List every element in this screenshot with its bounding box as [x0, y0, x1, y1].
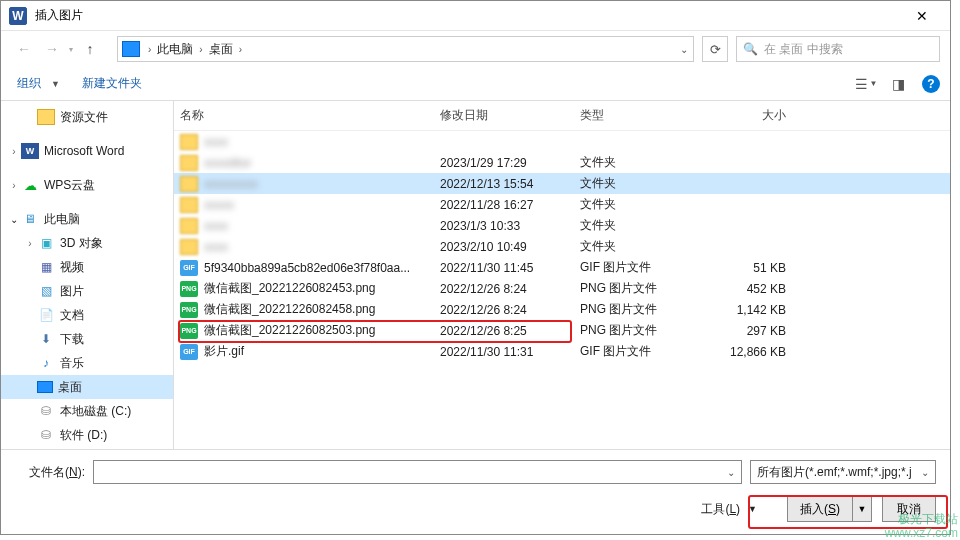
filename-input[interactable]: ⌄ [93, 460, 742, 484]
tree-item-label: 文档 [60, 307, 84, 324]
tree-item[interactable]: ⛁本地磁盘 (C:) [1, 399, 173, 423]
file-size: 12,866 KB [700, 345, 800, 359]
file-date: 2023/1/3 10:33 [440, 219, 580, 233]
file-name: xxxx [204, 219, 440, 233]
filename-label: 文件名(N): [15, 464, 85, 481]
docs-icon: 📄 [37, 307, 55, 323]
tree-item-label: Microsoft Word [44, 144, 124, 158]
search-input[interactable]: 🔍 在 桌面 中搜索 [736, 36, 940, 62]
tree-item[interactable]: 桌面 [1, 375, 173, 399]
file-name: xxxx [204, 135, 440, 149]
tree-item-label: 音乐 [60, 355, 84, 372]
file-row[interactable]: GIF5f9340bba899a5cb82ed06e3f78f0aa...202… [174, 257, 950, 278]
toolbar: 组织 ▼ 新建文件夹 ☰ ▼ ◨ ? [1, 67, 950, 101]
col-header-type[interactable]: 类型 [580, 107, 700, 124]
file-row[interactable]: xxxx [174, 131, 950, 152]
help-button[interactable]: ? [922, 75, 940, 93]
file-filter-dropdown[interactable]: 所有图片(*.emf;*.wmf;*.jpg;*.j ⌄ [750, 460, 936, 484]
view-options-button[interactable]: ☰ ▼ [852, 72, 880, 96]
file-row[interactable]: PNG微信截图_20221226082503.png2022/12/26 8:2… [174, 320, 950, 341]
tree-item[interactable]: ▧图片 [1, 279, 173, 303]
tree-item[interactable]: 资源文件 [1, 105, 173, 129]
button-row: 工具(L) ▼ 插入(S) ▼ 取消 [15, 496, 936, 522]
tree-item-label: WPS云盘 [44, 177, 95, 194]
file-row[interactable]: xxxx2023/2/10 10:49文件夹 [174, 236, 950, 257]
file-row[interactable]: PNG微信截图_20221226082458.png2022/12/26 8:2… [174, 299, 950, 320]
desk-icon [37, 381, 53, 393]
file-type: PNG 图片文件 [580, 301, 700, 318]
file-date: 2022/12/26 8:24 [440, 303, 580, 317]
file-row[interactable]: xxxx2023/1/3 10:33文件夹 [174, 215, 950, 236]
file-name: 5f9340bba899a5cb82ed06e3f78f0aa... [204, 261, 440, 275]
chevron-icon: › [7, 180, 21, 191]
file-name: xxxxx [204, 198, 440, 212]
address-bar[interactable]: › 此电脑 › 桌面 › ⌄ [117, 36, 694, 62]
tree-item[interactable]: ›☁WPS云盘 [1, 173, 173, 197]
up-button[interactable]: ↑ [77, 37, 103, 61]
pc-icon: 🖥 [21, 211, 39, 227]
chevron-right-icon: › [148, 44, 151, 55]
file-type: 文件夹 [580, 154, 700, 171]
file-size: 51 KB [700, 261, 800, 275]
col-header-name[interactable]: 名称 [180, 107, 440, 124]
tree-item[interactable]: ⬇下载 [1, 327, 173, 351]
file-row[interactable]: GIF影片.gif2022/11/30 11:31GIF 图片文件12,866 … [174, 341, 950, 362]
path-seg-desktop[interactable]: 桌面 [207, 41, 235, 58]
folder-icon [180, 155, 198, 171]
refresh-button[interactable]: ⟳ [702, 36, 728, 62]
file-name: xxxx [204, 240, 440, 254]
file-name: xxxxxxxxx [204, 177, 440, 191]
file-type: PNG 图片文件 [580, 322, 700, 339]
preview-pane-button[interactable]: ◨ [884, 72, 912, 96]
file-name: 微信截图_20221226082453.png [204, 280, 440, 297]
drive-icon: ⛁ [37, 403, 55, 419]
file-size: 1,142 KB [700, 303, 800, 317]
tree-item[interactable]: ⛁软件 (D:) [1, 423, 173, 447]
tree-item-label: 桌面 [58, 379, 82, 396]
nav-tree[interactable]: 资源文件›WMicrosoft Word›☁WPS云盘⌄🖥此电脑›▣3D 对象▦… [1, 101, 174, 449]
insert-button[interactable]: 插入(S) ▼ [787, 496, 872, 522]
insert-dropdown-icon[interactable]: ▼ [853, 497, 871, 521]
folder-icon [180, 218, 198, 234]
png-icon: PNG [180, 323, 198, 339]
video-icon: ▦ [37, 259, 55, 275]
chevron-down-icon: ⌄ [727, 467, 735, 478]
tools-menu[interactable]: 工具(L) ▼ [701, 501, 757, 518]
tree-item[interactable]: ▦视频 [1, 255, 173, 279]
file-name: 微信截图_20221226082503.png [204, 322, 440, 339]
chevron-icon: › [7, 146, 21, 157]
file-type: 文件夹 [580, 175, 700, 192]
png-icon: PNG [180, 302, 198, 318]
file-row[interactable]: xxxxx2022/11/28 16:27文件夹 [174, 194, 950, 215]
file-type: GIF 图片文件 [580, 343, 700, 360]
tree-item-label: 本地磁盘 (C:) [60, 403, 131, 420]
tree-item[interactable]: ♪音乐 [1, 351, 173, 375]
titlebar: W 插入图片 ✕ [1, 1, 950, 31]
file-list[interactable]: xxxxxxxxditor2023/1/29 17:29文件夹xxxxxxxxx… [174, 131, 950, 449]
forward-button[interactable]: → [39, 37, 65, 61]
nav-bar: ← → ▾ ↑ › 此电脑 › 桌面 › ⌄ ⟳ 🔍 在 桌面 中搜索 [1, 31, 950, 67]
col-header-date[interactable]: 修改日期 [440, 107, 580, 124]
folder-icon [180, 134, 198, 150]
tree-item-label: 3D 对象 [60, 235, 103, 252]
tree-item[interactable]: 📄文档 [1, 303, 173, 327]
file-type: GIF 图片文件 [580, 259, 700, 276]
chevron-down-icon: ▼ [51, 79, 60, 89]
col-header-size[interactable]: 大小 [700, 107, 800, 124]
tree-item[interactable]: ›▣3D 对象 [1, 231, 173, 255]
file-row[interactable]: xxxxditor2023/1/29 17:29文件夹 [174, 152, 950, 173]
file-row[interactable]: PNG微信截图_20221226082453.png2022/12/26 8:2… [174, 278, 950, 299]
path-seg-pc[interactable]: 此电脑 [155, 41, 195, 58]
dialog-title: 插入图片 [35, 7, 902, 24]
file-date: 2022/11/30 11:31 [440, 345, 580, 359]
tree-item[interactable]: ⌄🖥此电脑 [1, 207, 173, 231]
folder-icon [180, 176, 198, 192]
history-dropdown-icon[interactable]: ▾ [69, 45, 73, 54]
path-dropdown-icon[interactable]: ⌄ [675, 44, 693, 55]
organize-menu[interactable]: 组织 [11, 73, 47, 94]
back-button[interactable]: ← [11, 37, 37, 61]
close-button[interactable]: ✕ [902, 1, 942, 30]
tree-item[interactable]: ›WMicrosoft Word [1, 139, 173, 163]
new-folder-button[interactable]: 新建文件夹 [76, 73, 148, 94]
file-row[interactable]: xxxxxxxxx2022/12/13 15:54文件夹 [174, 173, 950, 194]
